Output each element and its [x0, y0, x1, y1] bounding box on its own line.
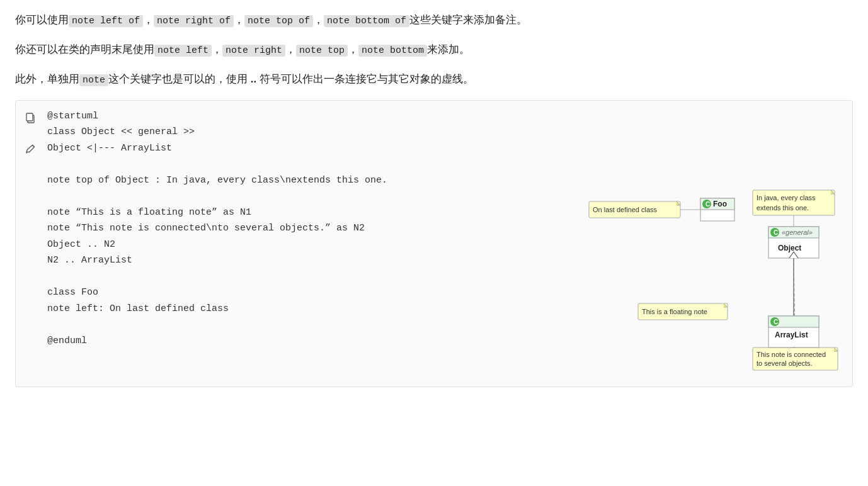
copy-button[interactable] — [23, 111, 37, 125]
code-line-2: class Object << general >> — [47, 124, 583, 140]
code-line-5: note top of Object : In java, every clas… — [47, 172, 583, 189]
code-block: @startuml class Object << general >> Obj… — [45, 108, 583, 349]
code-line-14 — [47, 317, 583, 333]
code-note-right: note right — [222, 45, 285, 57]
general-label: «general» — [782, 229, 813, 236]
svg-text:C: C — [774, 229, 778, 236]
code-note-bottom: note bottom — [358, 45, 427, 57]
arraylist-label: ArrayList — [775, 331, 808, 339]
code-note-right-of: note right of — [154, 15, 234, 27]
code-line-15: @enduml — [47, 333, 583, 349]
code-note: note — [79, 74, 108, 86]
code-note-top-of: note top of — [244, 15, 313, 27]
connected-note-2: to several objects. — [757, 359, 813, 367]
code-note-bottom-of: note bottom of — [324, 15, 409, 27]
svg-text:C: C — [705, 201, 710, 208]
note-java-1: In java, every class — [757, 194, 816, 201]
main-content-area: @startuml class Object << general >> Obj… — [15, 100, 853, 387]
code-line-9: Object .. N2 — [47, 237, 583, 253]
code-line-12: class Foo — [47, 285, 583, 301]
code-line-4 — [47, 156, 583, 172]
object-label: Object — [778, 244, 801, 252]
icon-column — [21, 108, 45, 156]
dotdot-symbol: .. — [251, 73, 256, 85]
paragraph-3: 此外，单独用note这个关键字也是可以的，使用 .. 符号可以作出一条连接它与其… — [15, 71, 853, 89]
foo-label: Foo — [713, 200, 727, 208]
code-line-8: note “This note is connected\nto several… — [47, 220, 583, 237]
code-note-left-of: note left of — [69, 15, 143, 27]
svg-text:C: C — [774, 319, 778, 325]
svg-rect-1 — [26, 113, 33, 121]
paragraph-1: 你可以使用note left of，note right of，note top… — [15, 11, 853, 30]
connected-note-1: This note is connected — [757, 351, 826, 358]
paragraph-2: 你还可以在类的声明末尾使用note left，note right，note t… — [15, 41, 853, 59]
code-note-top: note top — [296, 45, 348, 57]
edit-button[interactable] — [23, 142, 37, 156]
code-line-1: @startuml — [47, 108, 583, 125]
code-note-left: note left — [154, 45, 212, 57]
code-line-6 — [47, 188, 583, 205]
code-line-3: Object <|--- ArrayList — [47, 140, 583, 157]
note-last-class-text: On last defined class — [593, 206, 658, 213]
diagram-area: On last defined class C Foo In java, eve… — [583, 108, 847, 379]
code-line-10: N2 .. ArrayList — [47, 252, 583, 269]
code-line-13: note left: On last defined class — [47, 301, 583, 317]
floating-note-text: This is a floating note — [642, 308, 707, 315]
code-line-11 — [47, 269, 583, 285]
code-line-7: note “This is a floating note” as N1 — [47, 205, 583, 221]
note-java-2: extends this one. — [757, 204, 809, 212]
